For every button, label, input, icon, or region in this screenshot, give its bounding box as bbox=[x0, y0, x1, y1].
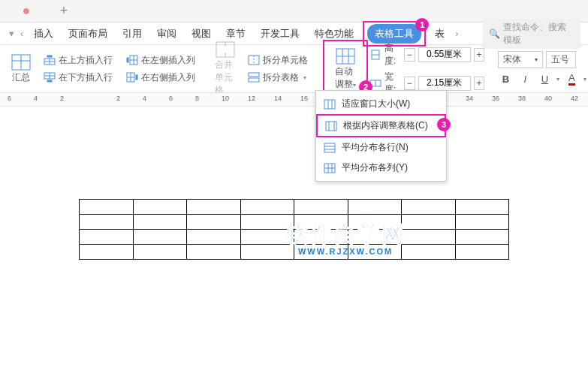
ruler-mark: 8 bbox=[195, 95, 199, 102]
height-increase-button[interactable]: + bbox=[474, 48, 485, 62]
underline-button[interactable]: U bbox=[537, 71, 552, 86]
width-increase-button[interactable]: + bbox=[474, 77, 485, 90]
merge-cells-button: 合并单元格 bbox=[210, 39, 240, 98]
height-input[interactable] bbox=[418, 47, 471, 62]
summary-button[interactable]: 汇总 bbox=[6, 52, 36, 86]
ruler-mark: 4 bbox=[143, 95, 146, 102]
search-input[interactable]: 🔍 查找命令、搜索模板 bbox=[483, 19, 580, 49]
fit-window-icon bbox=[324, 99, 336, 110]
row-height-icon bbox=[369, 50, 381, 60]
split-cells-icon bbox=[248, 55, 260, 65]
chevron-down-icon[interactable]: ▾ bbox=[556, 76, 559, 83]
svg-rect-40 bbox=[324, 143, 335, 152]
insert-above-icon bbox=[44, 55, 56, 65]
svg-rect-6 bbox=[47, 56, 52, 57]
insert-col-left-button[interactable]: 在左侧插入列 bbox=[123, 53, 198, 68]
svg-rect-34 bbox=[324, 100, 335, 109]
split-cells-button[interactable]: 拆分单元格 bbox=[245, 53, 311, 68]
split-table-icon bbox=[248, 72, 260, 83]
annotation-highlight-1: 表格工具 1 bbox=[363, 21, 426, 47]
menu-scroll-left[interactable]: ‹ bbox=[19, 28, 25, 39]
italic-button[interactable]: I bbox=[517, 71, 532, 86]
svg-rect-24 bbox=[249, 73, 259, 77]
ruler-mark: 4 bbox=[34, 95, 38, 102]
ribbon-toolbar: 汇总 在上方插入行 在下方插入行 在左侧插入列 在右侧插入列 合并单元格 拆分单… bbox=[0, 45, 588, 93]
distribute-cols-icon bbox=[324, 163, 336, 173]
table-row[interactable] bbox=[80, 230, 509, 245]
menu-table-tools[interactable]: 表格工具 bbox=[367, 24, 421, 44]
bold-button[interactable]: B bbox=[498, 71, 513, 86]
ruler-mark: 42 bbox=[571, 95, 578, 102]
insert-row-below-button[interactable]: 在下方插入行 bbox=[41, 70, 116, 86]
new-tab-button[interactable]: + bbox=[53, 2, 75, 20]
auto-adjust-icon bbox=[335, 47, 356, 65]
ruler-mark: 6 bbox=[169, 95, 173, 102]
search-placeholder: 查找命令、搜索模板 bbox=[503, 21, 574, 47]
ruler-mark: 16 bbox=[300, 95, 308, 102]
search-icon: 🔍 bbox=[489, 29, 500, 39]
callout-3: 3 bbox=[437, 118, 451, 131]
menu-page-layout[interactable]: 页面布局 bbox=[62, 24, 113, 44]
table-row[interactable] bbox=[80, 200, 509, 215]
ruler-mark: 40 bbox=[544, 95, 552, 102]
tab-indicator-icon[interactable]: ● bbox=[15, 2, 38, 20]
chevron-down-icon[interactable]: ▾ bbox=[583, 76, 586, 83]
menu-table-truncated[interactable]: 表 bbox=[429, 24, 451, 44]
distribute-rows-icon bbox=[324, 143, 336, 153]
svg-rect-25 bbox=[249, 78, 259, 82]
document-canvas[interactable] bbox=[0, 109, 588, 385]
svg-rect-18 bbox=[136, 75, 137, 80]
document-table[interactable] bbox=[79, 199, 509, 260]
ruler-mark: 6 bbox=[8, 95, 11, 102]
svg-rect-37 bbox=[326, 122, 336, 131]
menu-bar: ▾ ‹ 插入 页面布局 引用 审阅 视图 章节 开发工具 特色功能 表格工具 1… bbox=[0, 23, 588, 45]
menu-dev-tools[interactable]: 开发工具 bbox=[255, 24, 306, 44]
horizontal-ruler[interactable]: 6 4 2 2 4 6 8 10 12 14 16 34 36 38 40 42 bbox=[0, 93, 588, 107]
ruler-mark: 10 bbox=[222, 95, 229, 102]
menu-references[interactable]: 引用 bbox=[116, 24, 148, 44]
ruler-mark: 12 bbox=[248, 95, 255, 102]
insert-row-above-button[interactable]: 在上方插入行 bbox=[41, 53, 116, 68]
insert-left-icon bbox=[126, 55, 138, 65]
fit-content-icon bbox=[325, 121, 337, 131]
svg-rect-14 bbox=[127, 58, 128, 62]
chevron-down-icon: ▾ bbox=[303, 74, 306, 81]
summary-label: 汇总 bbox=[12, 71, 30, 84]
menu-dropdown-icon[interactable]: ▾ bbox=[8, 28, 16, 39]
menu-scroll-right[interactable]: › bbox=[454, 28, 460, 39]
fit-window-item[interactable]: 适应窗口大小(W) bbox=[316, 94, 446, 114]
annotation-highlight-2: 自动调整▾ 2 bbox=[323, 40, 368, 98]
height-decrease-button[interactable]: − bbox=[404, 48, 415, 62]
table-row[interactable] bbox=[80, 215, 509, 230]
svg-rect-10 bbox=[47, 80, 52, 82]
menu-insert[interactable]: 插入 bbox=[28, 24, 59, 44]
width-input[interactable] bbox=[418, 76, 471, 91]
table-row[interactable] bbox=[80, 245, 509, 260]
callout-1: 1 bbox=[415, 18, 429, 32]
insert-right-icon bbox=[126, 72, 138, 83]
menu-review[interactable]: 审阅 bbox=[151, 24, 182, 44]
split-table-button[interactable]: 拆分表格▾ bbox=[245, 70, 311, 86]
ruler-mark: 38 bbox=[518, 95, 526, 102]
merge-cells-icon bbox=[215, 41, 236, 59]
distribute-cols-item[interactable]: 平均分布各列(Y) bbox=[316, 158, 446, 178]
distribute-rows-item[interactable]: 平均分布各行(N) bbox=[316, 137, 446, 158]
ruler-mark: 2 bbox=[60, 95, 64, 102]
font-family-select[interactable]: 宋体▾ bbox=[498, 51, 543, 68]
auto-adjust-dropdown: 适应窗口大小(W) 根据内容调整表格(C) 3 平均分布各行(N) 平均分布各列… bbox=[315, 90, 447, 182]
auto-adjust-button[interactable]: 自动调整▾ bbox=[330, 46, 360, 92]
ruler-mark: 34 bbox=[466, 95, 473, 102]
font-color-button[interactable]: A bbox=[564, 71, 579, 86]
insert-below-icon bbox=[44, 72, 56, 83]
width-decrease-button[interactable]: − bbox=[404, 77, 415, 90]
insert-col-right-button[interactable]: 在右侧插入列 bbox=[123, 70, 198, 86]
summary-icon bbox=[11, 53, 32, 71]
fit-content-item[interactable]: 根据内容调整表格(C) 3 bbox=[316, 114, 446, 137]
font-size-select[interactable]: 五号 bbox=[546, 51, 576, 68]
ruler-mark: 2 bbox=[116, 95, 120, 102]
dimension-group: 高度: − + 宽度: − + bbox=[369, 42, 484, 96]
ruler-mark: 14 bbox=[274, 95, 282, 102]
ruler-mark: 36 bbox=[492, 95, 499, 102]
